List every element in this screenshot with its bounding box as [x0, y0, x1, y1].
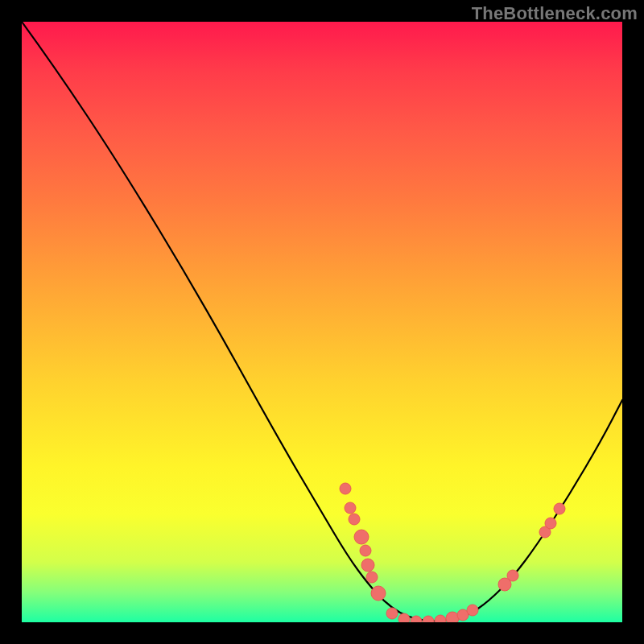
data-marker [345, 502, 356, 514]
data-marker [354, 530, 369, 544]
data-marker [446, 612, 459, 622]
data-marker [507, 570, 518, 581]
watermark-label: TheBottleneck.com [472, 3, 638, 24]
data-marker [398, 613, 410, 622]
data-marker [467, 605, 478, 616]
data-marker [545, 518, 556, 529]
data-marker [349, 514, 360, 525]
data-marker [554, 503, 565, 514]
data-marker [366, 572, 378, 583]
data-marker [360, 545, 371, 556]
data-marker [435, 615, 446, 622]
data-marker [423, 616, 434, 622]
data-marker [361, 559, 374, 572]
bottleneck-curve [22, 22, 622, 621]
chart-area [22, 22, 622, 622]
data-marker [386, 608, 398, 619]
data-marker [340, 483, 351, 494]
curve-plot [22, 22, 622, 622]
data-marker [371, 586, 386, 601]
